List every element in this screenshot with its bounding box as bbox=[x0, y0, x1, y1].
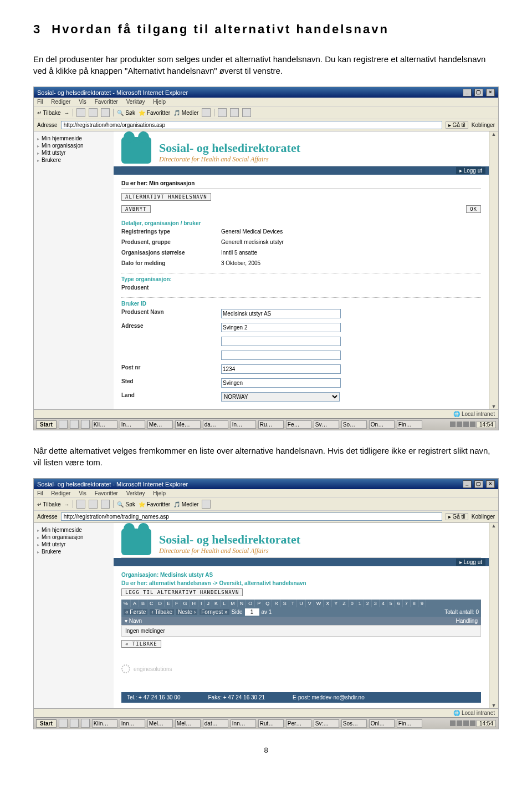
back-button[interactable]: ↵ Tilbake bbox=[37, 501, 60, 507]
scrollbar[interactable]: ▲▼ bbox=[489, 131, 498, 409]
select-land[interactable]: NORWAY bbox=[221, 392, 340, 402]
tray-icon[interactable] bbox=[457, 422, 462, 427]
search-button[interactable]: 🔍 Søk bbox=[117, 110, 135, 116]
page-number-input[interactable] bbox=[245, 608, 259, 616]
col-navn[interactable]: ▾ Navn bbox=[125, 618, 456, 624]
favorites-button[interactable]: ⭐ Favoritter bbox=[139, 110, 170, 116]
alpha-W[interactable]: W bbox=[314, 600, 324, 607]
media-button[interactable]: 🎵 Medier bbox=[173, 501, 198, 507]
menu-verktoy[interactable]: Verktøy bbox=[126, 99, 145, 105]
sidebar-item-utstyr[interactable]: Mitt utstyr bbox=[36, 541, 114, 548]
alpha-E[interactable]: E bbox=[165, 600, 173, 607]
alpha-U[interactable]: U bbox=[297, 600, 306, 607]
alpha-F[interactable]: F bbox=[173, 600, 181, 607]
favorites-button[interactable]: ⭐ Favoritter bbox=[139, 501, 170, 507]
alpha-Y[interactable]: Y bbox=[332, 600, 340, 607]
refresh-icon[interactable] bbox=[89, 500, 98, 509]
menu-favoritter[interactable]: Favoritter bbox=[95, 490, 118, 496]
avbryt-button[interactable]: AVBRYT bbox=[121, 205, 151, 213]
minimize-icon[interactable]: _ bbox=[463, 89, 472, 97]
menu-verktoy[interactable]: Verktøy bbox=[126, 490, 145, 496]
task-tab[interactable]: Rut… bbox=[258, 719, 284, 728]
tray-icon[interactable] bbox=[470, 422, 475, 427]
alpha-R[interactable]: R bbox=[272, 600, 281, 607]
alpha-0[interactable]: 0 bbox=[349, 600, 356, 607]
menu-vis[interactable]: Vis bbox=[79, 490, 86, 496]
alpha-N[interactable]: N bbox=[238, 600, 247, 607]
tray-icon[interactable] bbox=[463, 720, 469, 726]
alpha-P[interactable]: P bbox=[255, 600, 263, 607]
go-button[interactable]: ▸ Gå til bbox=[446, 121, 468, 129]
input-sted[interactable] bbox=[221, 378, 341, 388]
print-icon[interactable] bbox=[230, 108, 239, 117]
task-tab[interactable]: Per… bbox=[286, 719, 311, 728]
address-input[interactable] bbox=[61, 121, 442, 129]
menu-vis[interactable]: Vis bbox=[79, 99, 86, 105]
add-alt-name-button[interactable]: LEGG TIL ALTERNATIVT HANDELSNAVN bbox=[121, 588, 243, 596]
back-button[interactable]: ↵ Tilbake bbox=[37, 110, 60, 116]
task-tab[interactable]: So… bbox=[341, 420, 367, 429]
start-button[interactable]: Start bbox=[36, 719, 57, 728]
quicklaunch-icon[interactable] bbox=[81, 719, 90, 728]
alpha-8[interactable]: 8 bbox=[411, 600, 418, 607]
home-icon[interactable] bbox=[101, 500, 110, 509]
home-icon[interactable] bbox=[101, 108, 110, 117]
task-tab[interactable]: Ru… bbox=[258, 420, 284, 429]
sidebar-item-brukere[interactable]: Brukere bbox=[36, 156, 114, 164]
maximize-icon[interactable]: ▢ bbox=[474, 480, 483, 488]
links-label[interactable]: Koblinger bbox=[472, 122, 495, 128]
input-postnr[interactable] bbox=[221, 364, 341, 374]
task-tab[interactable]: Me… bbox=[147, 420, 173, 429]
menu-fil[interactable]: Fil bbox=[37, 490, 43, 496]
ok-button[interactable]: OK bbox=[466, 205, 481, 213]
alpha-J[interactable]: J bbox=[205, 600, 213, 607]
task-tab[interactable]: Sos… bbox=[341, 719, 367, 728]
alpha-D[interactable]: D bbox=[156, 600, 165, 607]
task-tab[interactable]: In… bbox=[231, 420, 256, 429]
close-icon[interactable]: × bbox=[486, 89, 495, 97]
alpha-C[interactable]: C bbox=[147, 600, 156, 607]
tray-icon[interactable] bbox=[470, 720, 475, 726]
menu-hjelp[interactable]: Hjelp bbox=[153, 490, 166, 496]
input-adresse[interactable] bbox=[221, 323, 341, 332]
go-button[interactable]: ▸ Gå til bbox=[446, 513, 468, 520]
quicklaunch-icon[interactable] bbox=[59, 420, 68, 429]
alpha-V[interactable]: V bbox=[306, 600, 314, 607]
tray-icon[interactable] bbox=[463, 422, 469, 427]
alpha-3[interactable]: 3 bbox=[372, 600, 380, 607]
task-tab[interactable]: Inn… bbox=[120, 719, 145, 728]
alpha-6[interactable]: 6 bbox=[395, 600, 403, 607]
alpha-H[interactable]: H bbox=[190, 600, 199, 607]
alpha-I[interactable]: I bbox=[198, 600, 205, 607]
sidebar-item-organisasjon[interactable]: Min organisasjon bbox=[36, 534, 114, 541]
alpha-L[interactable]: L bbox=[221, 600, 228, 607]
maximize-icon[interactable]: ▢ bbox=[474, 89, 483, 97]
sidebar-item-hjemmeside[interactable]: Min hjemmeside bbox=[36, 526, 114, 534]
task-tab[interactable]: Mel… bbox=[147, 719, 173, 728]
task-tab[interactable]: Onl… bbox=[369, 719, 395, 728]
quicklaunch-icon[interactable] bbox=[81, 420, 90, 429]
alpha-Q[interactable]: Q bbox=[263, 600, 272, 607]
page-next[interactable]: Neste › bbox=[176, 609, 197, 615]
task-tab[interactable]: Kli… bbox=[92, 420, 117, 429]
scrollbar[interactable]: ▲▼ bbox=[489, 523, 498, 708]
forward-button[interactable]: → bbox=[64, 501, 69, 507]
task-tab[interactable]: Mel… bbox=[175, 719, 201, 728]
forward-button[interactable]: → bbox=[64, 110, 69, 116]
start-button[interactable]: Start bbox=[36, 420, 57, 429]
tray-icon[interactable] bbox=[457, 720, 462, 726]
alpha-B[interactable]: B bbox=[139, 600, 147, 607]
edit-icon[interactable] bbox=[242, 108, 251, 117]
stop-icon[interactable] bbox=[76, 500, 85, 509]
logout-button[interactable]: ▸ Logg ut bbox=[456, 558, 485, 566]
task-tab[interactable]: Me… bbox=[175, 420, 201, 429]
task-tab[interactable]: Fin… bbox=[397, 719, 422, 728]
alpha-A[interactable]: A bbox=[131, 600, 139, 607]
menu-rediger[interactable]: Rediger bbox=[51, 490, 70, 496]
alpha-4[interactable]: 4 bbox=[380, 600, 387, 607]
menu-rediger[interactable]: Rediger bbox=[51, 99, 70, 105]
sidebar-item-hjemmeside[interactable]: Min hjemmeside bbox=[36, 135, 114, 142]
task-tab[interactable]: da… bbox=[203, 420, 228, 429]
address-input[interactable] bbox=[61, 512, 442, 521]
alpha-T[interactable]: T bbox=[289, 600, 298, 607]
